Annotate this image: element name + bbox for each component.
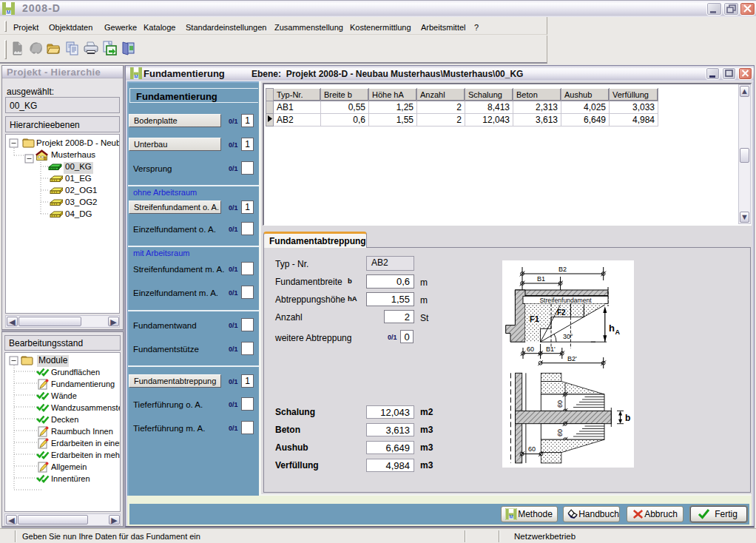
svg-text:60: 60 — [527, 345, 534, 353]
svg-text:60: 60 — [556, 429, 564, 436]
svg-text:30°: 30° — [563, 333, 573, 340]
svg-text:M: M — [7, 10, 11, 15]
svg-text:F2: F2 — [557, 308, 566, 317]
svg-text:B1': B1' — [546, 345, 556, 353]
svg-text:Streifenfundament: Streifenfundament — [539, 297, 592, 304]
svg-text:60: 60 — [528, 445, 536, 453]
svg-text:h: h — [609, 323, 615, 334]
svg-text:60: 60 — [556, 400, 564, 408]
svg-text:F1: F1 — [530, 314, 539, 323]
svg-text:B2: B2 — [558, 266, 567, 273]
svg-text:M: M — [134, 74, 138, 79]
svg-text:b: b — [625, 413, 630, 423]
svg-text:B2': B2' — [567, 355, 577, 362]
svg-text:M: M — [509, 514, 513, 519]
svg-text:B1: B1 — [537, 275, 545, 283]
svg-text:A: A — [615, 328, 621, 336]
